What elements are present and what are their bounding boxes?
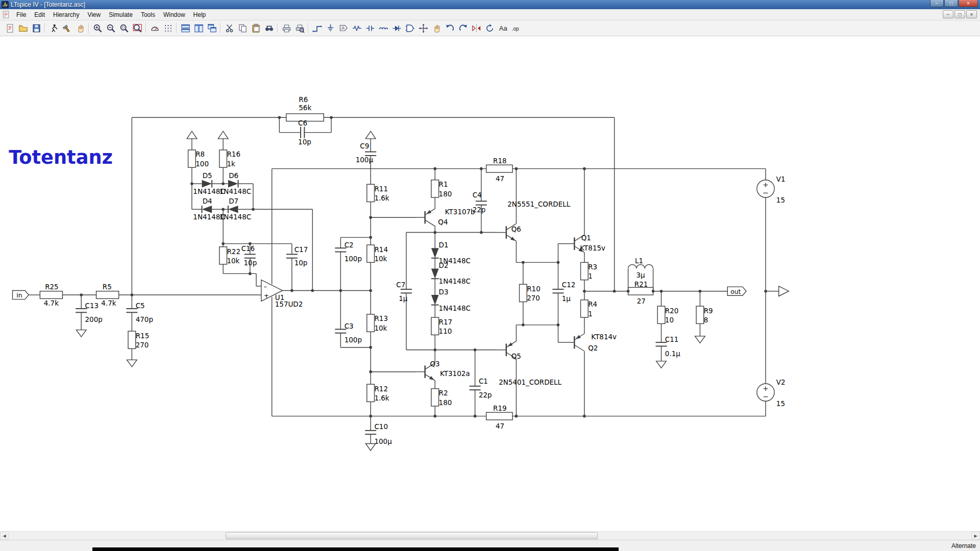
arrow-flag[interactable] xyxy=(779,286,789,296)
component-C10[interactable]: C10100µ xyxy=(365,422,392,445)
undo-icon[interactable] xyxy=(443,22,456,34)
place-text-icon[interactable]: Aa xyxy=(496,22,509,34)
scroll-right-button[interactable]: ▶ xyxy=(971,532,980,540)
component-C17[interactable]: C1710p xyxy=(286,245,308,267)
component-Q2[interactable]: Q2KT814v xyxy=(566,329,617,356)
component-C3[interactable]: C3100p xyxy=(335,322,362,344)
component-Q6[interactable]: Q62N5551_CORDELL xyxy=(498,200,571,246)
component-Q4[interactable]: Q4KT3107b xyxy=(416,204,475,231)
component-R11[interactable]: R111.6k xyxy=(367,184,389,202)
component-R8[interactable]: R8100 xyxy=(188,150,209,168)
pan-icon[interactable] xyxy=(74,22,87,34)
menu-tools[interactable]: Tools xyxy=(137,10,159,19)
schematic-canvas-area[interactable]: R656kR8100R161kR111.6kR1410kR1310kR121.6… xyxy=(0,36,980,531)
tile-horizontal-icon[interactable] xyxy=(179,22,192,34)
cascade-windows-icon[interactable] xyxy=(205,22,218,34)
component-R21[interactable]: R2127 xyxy=(628,280,653,305)
title-bar[interactable]: LTspice IV - [Totentanz.asc] −□× xyxy=(0,0,980,9)
horizontal-scrollbar[interactable]: ◀ ▶ xyxy=(0,531,980,540)
component-V1[interactable]: V115 xyxy=(757,175,786,204)
child-minimize-button[interactable]: − xyxy=(943,10,953,18)
place-capacitor-icon[interactable] xyxy=(363,22,377,34)
component-R19[interactable]: R1947 xyxy=(486,404,512,431)
component-R15[interactable]: R15270 xyxy=(128,331,149,349)
ground-flag[interactable] xyxy=(695,336,705,343)
close-button[interactable]: × xyxy=(959,0,978,7)
place-resistor-icon[interactable] xyxy=(350,22,363,34)
open-icon[interactable] xyxy=(16,22,30,34)
ground-flag[interactable] xyxy=(127,360,137,366)
power-flag[interactable] xyxy=(365,131,376,139)
component-Q1[interactable]: Q1KT815v xyxy=(566,230,605,258)
control-panel-icon[interactable] xyxy=(60,22,74,34)
component-D1[interactable]: D11N4148C xyxy=(431,241,471,265)
menu-simulate[interactable]: Simulate xyxy=(105,10,137,19)
component-R12[interactable]: R121.6k xyxy=(367,384,389,402)
component-R22[interactable]: R2210k xyxy=(219,247,240,265)
component-R18[interactable]: R1847 xyxy=(486,157,512,183)
net-flag-out[interactable]: out xyxy=(727,287,746,295)
print-preview-icon[interactable] xyxy=(293,22,306,34)
restore-button[interactable]: □ xyxy=(944,0,958,7)
component-R1[interactable]: R1180 xyxy=(431,180,452,198)
component-Q5[interactable]: Q52N5401_CORDELL xyxy=(498,336,562,387)
power-flag[interactable] xyxy=(218,131,228,139)
component-L1[interactable]: L13µ xyxy=(628,257,653,279)
cut-icon[interactable] xyxy=(223,22,236,34)
drag-icon[interactable] xyxy=(430,22,443,34)
run-icon[interactable] xyxy=(47,22,60,34)
component-D2[interactable]: D21N4148C xyxy=(431,261,471,285)
component-V2[interactable]: V215 xyxy=(757,378,786,408)
ground-flag[interactable] xyxy=(656,361,667,368)
power-flag[interactable] xyxy=(187,131,197,139)
minimize-button[interactable]: − xyxy=(930,0,944,7)
scrollbar-thumb[interactable] xyxy=(226,532,598,539)
menu-window[interactable]: Window xyxy=(159,10,189,19)
grid-icon[interactable] xyxy=(161,22,175,34)
redo-icon[interactable] xyxy=(456,22,470,34)
menu-hierarchy[interactable]: Hierarchy xyxy=(49,10,83,19)
component-C2[interactable]: C2100p xyxy=(335,241,362,263)
paste-icon[interactable] xyxy=(249,22,262,34)
place-inductor-icon[interactable] xyxy=(377,22,390,34)
spice-directive-icon[interactable]: .op xyxy=(509,22,523,34)
component-C11[interactable]: C110.1µ xyxy=(655,335,680,358)
menu-help[interactable]: Help xyxy=(189,10,210,19)
component-U1[interactable]: –+U1157UD2 xyxy=(261,280,303,309)
mirror-icon[interactable] xyxy=(470,22,483,34)
component-C5[interactable]: C5470p xyxy=(126,302,153,323)
label-net-icon[interactable]: A xyxy=(337,22,350,34)
component-Q3[interactable]: Q3KT3102a xyxy=(416,358,470,386)
component-R13[interactable]: R1310k xyxy=(367,314,388,332)
autorange-icon[interactable] xyxy=(148,22,161,34)
zoom-full-extents-icon[interactable] xyxy=(131,22,144,34)
component-R4[interactable]: R41 xyxy=(581,300,598,318)
component-R2[interactable]: R2180 xyxy=(431,389,452,407)
place-component-icon[interactable] xyxy=(403,22,416,34)
component-C13[interactable]: C13200p xyxy=(76,302,103,323)
component-R25[interactable]: R254.7k xyxy=(40,283,62,307)
save-icon[interactable] xyxy=(30,22,43,34)
move-icon[interactable] xyxy=(416,22,430,34)
place-diode-icon[interactable] xyxy=(390,22,403,34)
copy-icon[interactable] xyxy=(236,22,249,34)
component-R3[interactable]: R31 xyxy=(581,262,598,280)
place-ground-icon[interactable] xyxy=(324,22,337,34)
component-C9[interactable]: C9100µ xyxy=(356,142,376,164)
component-R17[interactable]: R17110 xyxy=(431,317,452,335)
scroll-left-button[interactable]: ◀ xyxy=(0,532,9,540)
new-schematic-icon[interactable] xyxy=(3,22,16,34)
print-icon[interactable] xyxy=(280,22,293,34)
schematic-drawing[interactable]: R656kR8100R161kR111.6kR1410kR1310kR121.6… xyxy=(0,36,980,531)
component-R20[interactable]: R2010 xyxy=(657,306,678,324)
component-R14[interactable]: R1410k xyxy=(367,245,388,263)
component-R6[interactable]: R656k xyxy=(286,95,324,121)
menu-edit[interactable]: Edit xyxy=(30,10,49,19)
component-C7[interactable]: C71µ xyxy=(396,281,412,303)
component-C1[interactable]: C122p xyxy=(470,377,492,399)
zoom-in-icon[interactable] xyxy=(91,22,104,34)
find-icon[interactable] xyxy=(262,22,276,34)
tile-vertical-icon[interactable] xyxy=(192,22,205,34)
zoom-out-icon[interactable] xyxy=(104,22,117,34)
component-D3[interactable]: D31N4148C xyxy=(431,288,471,312)
